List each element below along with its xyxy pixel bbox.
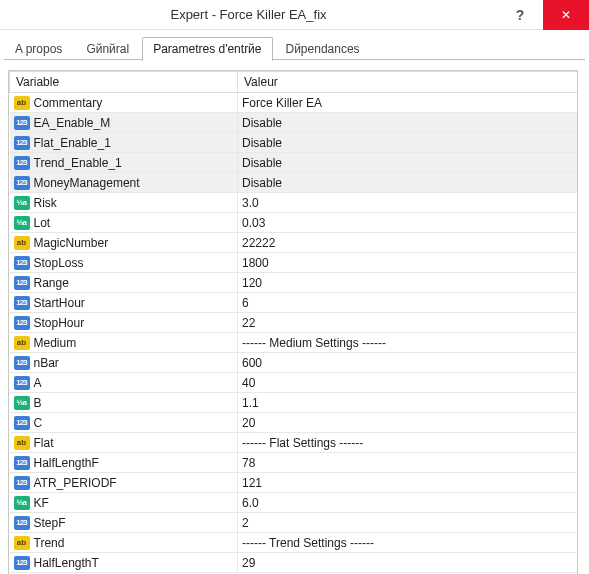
- table-row[interactable]: abCommentaryForce Killer EA: [10, 93, 578, 113]
- table-row[interactable]: 123A40: [10, 373, 578, 393]
- param-name-cell[interactable]: 123HalfLengthF: [10, 453, 238, 473]
- param-name-cell[interactable]: 123nBar: [10, 353, 238, 373]
- table-row[interactable]: 123nBar600: [10, 353, 578, 373]
- type-123-icon: 123: [14, 556, 30, 570]
- param-value-cell[interactable]: 6.0: [238, 493, 578, 513]
- param-value-cell[interactable]: 2: [238, 513, 578, 533]
- param-value-cell[interactable]: ------ Flat Settings ------: [238, 433, 578, 453]
- param-name-cell[interactable]: abMedium: [10, 333, 238, 353]
- param-value-cell[interactable]: 3.0: [238, 193, 578, 213]
- param-value-cell[interactable]: ------ Trend Settings ------: [238, 533, 578, 553]
- param-name-cell[interactable]: 123HalfLengthT: [10, 553, 238, 573]
- param-value-cell[interactable]: 1.1: [238, 393, 578, 413]
- table-row[interactable]: 123Flat_Enable_1Disable: [10, 133, 578, 153]
- table-row[interactable]: 123Trend_Enable_1Disable: [10, 153, 578, 173]
- param-value-cell[interactable]: Disable: [238, 113, 578, 133]
- table-row[interactable]: 123StartHour6: [10, 293, 578, 313]
- param-name: StepF: [34, 516, 66, 530]
- param-value-cell[interactable]: ------ Medium Settings ------: [238, 333, 578, 353]
- param-name-cell[interactable]: 123StepF: [10, 513, 238, 533]
- param-name: C: [34, 416, 43, 430]
- param-value-cell[interactable]: 78: [238, 453, 578, 473]
- table-row[interactable]: abMagicNumber22222: [10, 233, 578, 253]
- param-name-cell[interactable]: 123ATR_PERIODF: [10, 473, 238, 493]
- param-name: Risk: [34, 196, 57, 210]
- param-value-cell[interactable]: 0.03: [238, 213, 578, 233]
- table-row[interactable]: 123EA_Enable_MDisable: [10, 113, 578, 133]
- table-row[interactable]: ½aKF6.0: [10, 493, 578, 513]
- tab-dependances[interactable]: Dйpendances: [275, 37, 371, 61]
- param-name-cell[interactable]: ½aKF: [10, 493, 238, 513]
- param-name-cell[interactable]: 123Trend_Enable_1: [10, 153, 238, 173]
- table-row[interactable]: 123HalfLengthT29: [10, 553, 578, 573]
- param-name-cell[interactable]: 123EA_Enable_M: [10, 113, 238, 133]
- param-value-cell[interactable]: Disable: [238, 173, 578, 193]
- param-value-cell[interactable]: Force Killer EA: [238, 93, 578, 113]
- param-name-cell[interactable]: 123StopLoss: [10, 253, 238, 273]
- type-123-icon: 123: [14, 276, 30, 290]
- param-value: 120: [242, 276, 262, 290]
- table-row[interactable]: 123StopLoss1800: [10, 253, 578, 273]
- param-value-cell[interactable]: 121: [238, 473, 578, 493]
- param-name-cell[interactable]: 123MoneyManagement: [10, 173, 238, 193]
- col-header-value[interactable]: Valeur: [238, 72, 578, 93]
- table-row[interactable]: ½aLot0.03: [10, 213, 578, 233]
- param-value-cell[interactable]: 22222: [238, 233, 578, 253]
- param-value-cell[interactable]: Disable: [238, 133, 578, 153]
- close-button[interactable]: ✕: [543, 0, 589, 30]
- param-value: Disable: [242, 176, 282, 190]
- param-value-cell[interactable]: 6: [238, 293, 578, 313]
- param-name-cell[interactable]: abCommentary: [10, 93, 238, 113]
- table-row[interactable]: 123C20: [10, 413, 578, 433]
- param-value: 29: [242, 556, 255, 570]
- param-value: Disable: [242, 136, 282, 150]
- param-name-cell[interactable]: abTrend: [10, 533, 238, 553]
- table-row[interactable]: 123MoneyManagementDisable: [10, 173, 578, 193]
- param-name-cell[interactable]: ½aB: [10, 393, 238, 413]
- param-name-cell[interactable]: abFlat: [10, 433, 238, 453]
- type-ab-icon: ab: [14, 96, 30, 110]
- param-name: KF: [34, 496, 49, 510]
- param-name-cell[interactable]: ½aRisk: [10, 193, 238, 213]
- param-name-cell[interactable]: 123StopHour: [10, 313, 238, 333]
- table-row[interactable]: 123ATR_PERIODF121: [10, 473, 578, 493]
- table-row[interactable]: 123StopHour22: [10, 313, 578, 333]
- table-row[interactable]: abMedium------ Medium Settings ------: [10, 333, 578, 353]
- param-value-cell[interactable]: 29: [238, 553, 578, 573]
- param-value: 3.0: [242, 196, 259, 210]
- table-row[interactable]: 123Range120: [10, 273, 578, 293]
- param-name-cell[interactable]: 123C: [10, 413, 238, 433]
- tab-parametres[interactable]: Parametres d'entrйe: [142, 37, 272, 61]
- param-name-cell[interactable]: ½aLot: [10, 213, 238, 233]
- param-value-cell[interactable]: Disable: [238, 153, 578, 173]
- param-value-cell[interactable]: 22: [238, 313, 578, 333]
- table-row[interactable]: abFlat------ Flat Settings ------: [10, 433, 578, 453]
- table-row[interactable]: ½aRisk3.0: [10, 193, 578, 213]
- param-name-cell[interactable]: 123Flat_Enable_1: [10, 133, 238, 153]
- col-header-variable[interactable]: Variable: [10, 72, 238, 93]
- params-table-scroll[interactable]: Variable Valeur abCommentaryForce Killer…: [8, 70, 578, 574]
- param-value: ------ Medium Settings ------: [242, 336, 386, 350]
- param-value-cell[interactable]: 1800: [238, 253, 578, 273]
- type-123-icon: 123: [14, 356, 30, 370]
- param-name-cell[interactable]: 123Range: [10, 273, 238, 293]
- help-button[interactable]: ?: [497, 0, 543, 30]
- param-value-cell[interactable]: 40: [238, 373, 578, 393]
- table-row[interactable]: ½aB1.1: [10, 393, 578, 413]
- param-value-cell[interactable]: 600: [238, 353, 578, 373]
- table-row[interactable]: 123StepF2: [10, 513, 578, 533]
- tab-apropos[interactable]: A propos: [4, 37, 73, 61]
- param-value: Disable: [242, 116, 282, 130]
- param-name-cell[interactable]: abMagicNumber: [10, 233, 238, 253]
- param-value-cell[interactable]: 20: [238, 413, 578, 433]
- table-row[interactable]: 123HalfLengthF78: [10, 453, 578, 473]
- param-value-cell[interactable]: 120: [238, 273, 578, 293]
- tab-general[interactable]: Gйnйral: [75, 37, 140, 61]
- titlebar: Expert - Force Killer EA_fix ? ✕: [0, 0, 589, 30]
- type-123-icon: 123: [14, 136, 30, 150]
- type-va-icon: ½a: [14, 396, 30, 410]
- table-row[interactable]: abTrend------ Trend Settings ------: [10, 533, 578, 553]
- param-name-cell[interactable]: 123StartHour: [10, 293, 238, 313]
- param-name: Medium: [34, 336, 77, 350]
- param-name-cell[interactable]: 123A: [10, 373, 238, 393]
